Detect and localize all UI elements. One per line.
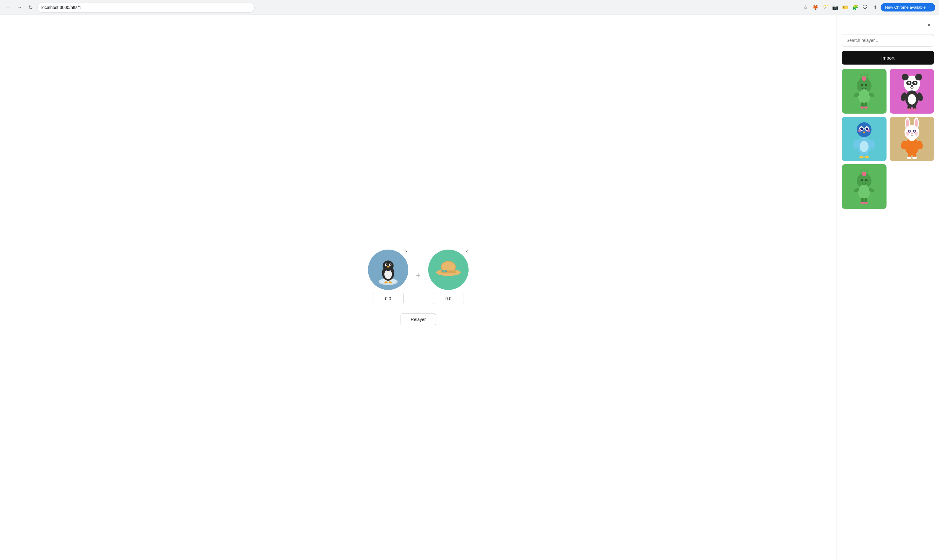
slot2-value-input[interactable] — [433, 293, 464, 304]
panel-header: × — [842, 20, 934, 30]
panda-pink-svg — [890, 69, 934, 114]
relayer-button[interactable]: Relayer — [400, 314, 436, 325]
svg-point-22 — [862, 76, 866, 81]
toolbar-icons: ☆ 🦊 🪄 📷 🎫 🧩 🛡 ⬆ New Chrome available ⋮ — [801, 3, 935, 12]
rabbit-tan-svg — [890, 117, 934, 162]
svg-point-61 — [859, 141, 868, 152]
svg-point-95 — [865, 179, 868, 181]
fox-extension-icon[interactable]: 🦊 — [811, 3, 820, 12]
reload-button[interactable]: ↻ — [26, 3, 35, 12]
svg-point-37 — [915, 74, 922, 81]
nft-circle-2[interactable] — [428, 249, 469, 290]
nft-slot-1: × — [368, 249, 408, 304]
svg-point-52 — [912, 108, 916, 111]
svg-point-4 — [383, 260, 393, 271]
camera-icon[interactable]: 📷 — [831, 3, 840, 12]
app-area: × — [0, 15, 836, 560]
svg-point-26 — [861, 84, 863, 86]
browser-bar: ← → ↻ ☆ 🦊 🪄 📷 🎫 🧩 🛡 ⬆ New Chrome availab… — [0, 0, 939, 15]
new-chrome-label: New Chrome available — [885, 5, 926, 10]
ext-icon-4[interactable]: 🎫 — [841, 3, 850, 12]
svg-line-25 — [866, 74, 868, 76]
new-chrome-chevron: ⋮ — [927, 5, 931, 10]
svg-point-58 — [858, 129, 861, 132]
svg-point-67 — [865, 156, 869, 158]
close-panel-button[interactable]: × — [924, 20, 934, 30]
url-input[interactable] — [41, 5, 251, 10]
penguin-svg — [371, 253, 405, 287]
svg-point-51 — [907, 108, 911, 111]
hat-svg — [431, 253, 465, 287]
svg-point-36 — [902, 74, 908, 81]
nft-card-panda-pink[interactable] — [890, 69, 934, 114]
slot2-close-button[interactable]: × — [463, 248, 470, 255]
cactus-green-svg — [842, 69, 887, 114]
svg-point-101 — [860, 202, 864, 204]
svg-point-96 — [858, 185, 870, 200]
nft-card-cactus-green[interactable] — [842, 69, 887, 114]
svg-point-75 — [908, 130, 910, 132]
svg-point-9 — [386, 266, 389, 268]
bookmark-button[interactable]: ☆ — [801, 3, 810, 12]
svg-point-33 — [860, 106, 864, 109]
svg-point-28 — [858, 89, 870, 104]
svg-point-79 — [914, 132, 918, 135]
svg-point-81 — [908, 138, 915, 141]
svg-point-43 — [914, 83, 915, 84]
svg-line-92 — [860, 170, 862, 172]
plus-separator: + — [416, 270, 421, 280]
svg-line-93 — [866, 170, 868, 172]
svg-point-7 — [386, 264, 387, 265]
new-chrome-button[interactable]: New Chrome available ⋮ — [881, 3, 935, 11]
svg-point-46 — [908, 94, 916, 104]
svg-point-8 — [390, 264, 391, 265]
slot1-value-input[interactable] — [373, 293, 404, 304]
svg-point-77 — [911, 133, 913, 134]
address-bar — [37, 2, 255, 13]
nft-grid — [842, 69, 934, 209]
right-panel: × Import — [836, 15, 939, 560]
svg-point-27 — [865, 84, 867, 86]
nft-card-cactus-green2[interactable] — [842, 164, 887, 209]
svg-point-86 — [907, 157, 911, 159]
svg-point-19 — [443, 270, 445, 272]
slot1-close-button[interactable]: × — [403, 248, 409, 255]
puzzle-icon[interactable]: 🧩 — [851, 3, 859, 12]
main-content: × — [0, 15, 939, 560]
svg-point-76 — [914, 130, 915, 132]
svg-point-87 — [912, 157, 916, 159]
svg-point-56 — [860, 127, 863, 130]
svg-point-3 — [385, 269, 392, 279]
svg-line-24 — [860, 74, 862, 76]
svg-point-102 — [864, 202, 868, 204]
ext-icon-2[interactable]: 🪄 — [821, 3, 830, 12]
forward-button[interactable]: → — [15, 3, 24, 12]
nft-circle-1[interactable] — [368, 249, 408, 290]
search-input[interactable] — [842, 34, 934, 46]
svg-point-90 — [862, 172, 866, 176]
shield-icon[interactable]: 🛡 — [861, 3, 870, 12]
cactus-green2-svg — [842, 164, 887, 209]
bird-cyan-svg — [842, 117, 887, 162]
nft-slot-2: × — [428, 249, 469, 304]
svg-point-78 — [905, 132, 909, 135]
import-button[interactable]: Import — [842, 51, 934, 65]
ext-icon-7[interactable]: ⬆ — [871, 3, 879, 12]
nft-mixer: × — [368, 249, 469, 325]
nft-card-rabbit-tan[interactable] — [890, 117, 934, 162]
nft-card-bird-cyan[interactable] — [842, 117, 887, 162]
svg-point-42 — [908, 83, 910, 84]
svg-point-34 — [864, 106, 868, 109]
nft-row: × — [368, 249, 469, 304]
svg-point-44 — [911, 85, 913, 87]
svg-point-59 — [867, 129, 870, 132]
svg-point-66 — [859, 156, 864, 158]
back-button[interactable]: ← — [4, 3, 12, 12]
